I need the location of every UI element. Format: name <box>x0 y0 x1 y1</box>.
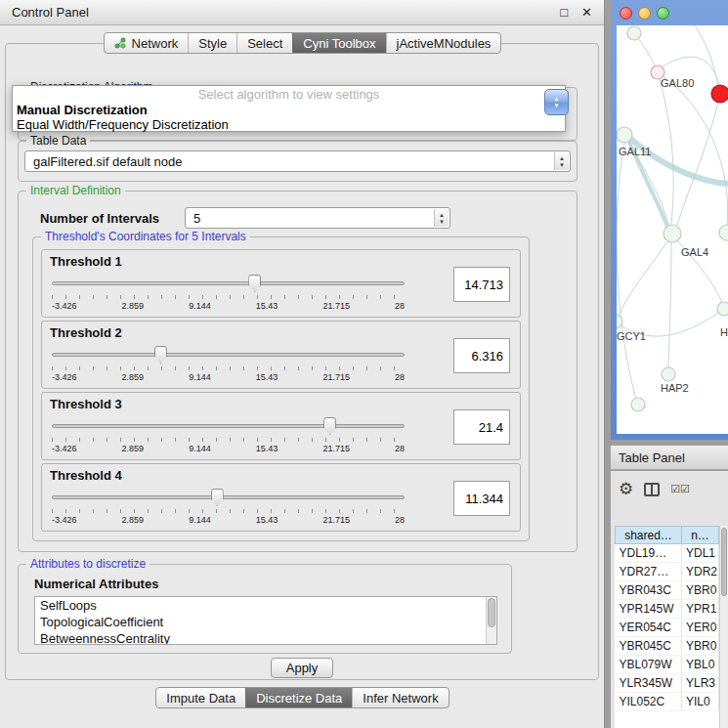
select-checkboxes-icon[interactable]: ☑☑ <box>670 483 690 495</box>
tab-discretize-data[interactable]: Discretize Data <box>245 688 352 707</box>
scale-label: 21.715 <box>322 301 350 311</box>
network-node-red[interactable] <box>711 85 728 103</box>
table-row[interactable]: YBR043C YBR0 <box>616 581 719 600</box>
slider-track[interactable] <box>52 424 405 428</box>
algorithm-combo-stepper[interactable]: ▲ ▼ <box>544 89 569 115</box>
cell-shared-name[interactable]: YPR145W <box>616 600 682 619</box>
apply-button[interactable]: Apply <box>271 658 334 678</box>
threshold-slider[interactable] <box>52 345 405 364</box>
network-node-gal11[interactable] <box>617 127 632 143</box>
attribute-item[interactable]: SelfLoops <box>35 597 496 614</box>
attributes-list[interactable]: SelfLoops TopologicalCoefficient Between… <box>34 596 497 645</box>
table-row[interactable]: YLR345W YLR3 <box>616 674 719 693</box>
table-row[interactable]: YIL052C YIL0 <box>616 693 719 711</box>
tab-jactivemnodules[interactable]: jActiveMNodules <box>386 33 501 53</box>
cell-shared-name[interactable]: YLR345W <box>616 674 682 693</box>
cell-name[interactable]: YBR0 <box>682 581 719 600</box>
tab-select[interactable]: Select <box>236 33 292 53</box>
numerical-attributes-label: Numerical Attributes <box>34 577 158 591</box>
cell-shared-name[interactable]: YDL19… <box>616 544 682 563</box>
close-traffic-light[interactable] <box>620 7 632 20</box>
network-node-hap2[interactable] <box>662 367 675 381</box>
slider-thumb[interactable] <box>323 417 336 435</box>
scrollbar-thumb[interactable] <box>488 598 495 627</box>
threshold-value-field[interactable] <box>453 481 510 516</box>
close-icon[interactable]: ✕ <box>581 5 592 20</box>
tab-network[interactable]: Network <box>105 33 189 53</box>
cell-shared-name[interactable]: YBR045C <box>616 637 682 656</box>
num-intervals-combo[interactable]: 5 ▲▼ <box>185 207 450 229</box>
cell-shared-name[interactable]: YBR043C <box>616 581 682 600</box>
cell-name[interactable]: YER0 <box>682 619 719 637</box>
network-node[interactable] <box>719 225 728 240</box>
threshold-value-field[interactable] <box>453 267 510 302</box>
tab-infer-network[interactable]: Infer Network <box>352 688 448 707</box>
cell-name[interactable]: YDR2 <box>682 563 719 581</box>
table-data-combo[interactable]: galFiltered.sif default node ▲▼ <box>24 150 571 172</box>
attributes-scrollbar[interactable] <box>486 597 496 644</box>
threshold-value-field[interactable] <box>453 338 510 373</box>
network-node[interactable] <box>627 26 641 40</box>
cell-shared-name[interactable]: YBL079W <box>616 656 682 674</box>
cell-name[interactable]: YDL1 <box>682 544 719 563</box>
tab-cyni-toolbox[interactable]: Cyni Toolbox <box>292 33 385 53</box>
slider-ticks <box>52 366 405 370</box>
table-row[interactable]: YBL079W YBL0 <box>616 656 719 674</box>
tab-impute-data[interactable]: Impute Data <box>156 688 245 707</box>
algorithm-option-manual[interactable]: Manual Discretization <box>13 103 565 117</box>
algorithm-option-equal-width[interactable]: Equal Width/Frequency Discretization <box>13 117 565 132</box>
scale-label: 28 <box>395 444 405 453</box>
scrollbar-thumb[interactable] <box>721 528 727 596</box>
slider-track[interactable] <box>52 495 405 499</box>
threshold-value-field[interactable] <box>453 409 510 445</box>
network-canvas[interactable]: GAL80 GAL11 GAL4 GCY1 HAP2 H <box>617 25 728 434</box>
threshold-slider[interactable] <box>52 488 405 507</box>
zoom-traffic-light[interactable] <box>657 7 669 20</box>
table-row[interactable]: YER054C YER0 <box>616 619 719 637</box>
scale-label: 2.859 <box>122 301 145 311</box>
slider-thumb[interactable] <box>154 346 167 364</box>
threshold-label: Threshold 4 <box>50 468 122 483</box>
table-row[interactable]: YBR045C YBR0 <box>616 637 719 656</box>
algorithm-dropdown-popup: Select algorithm to view settings Manual… <box>12 85 566 132</box>
table-row[interactable]: YDL19… YDL1 <box>616 544 719 563</box>
slider-thumb[interactable] <box>211 489 224 506</box>
cell-shared-name[interactable]: YER054C <box>616 619 682 637</box>
table-row[interactable]: YDR27… YDR2 <box>616 563 719 581</box>
tab-style[interactable]: Style <box>188 33 236 53</box>
network-node-label: GAL11 <box>619 146 651 157</box>
table-scrollbar[interactable] <box>719 526 728 728</box>
attributes-group: Attributes to discretize Numerical Attri… <box>18 564 512 654</box>
network-node-label: GAL80 <box>661 77 694 89</box>
slider-scale: -3.426 2.859 9.144 15.43 21.715 28 <box>52 372 405 382</box>
gear-icon[interactable]: ⚙ <box>619 479 633 499</box>
network-node[interactable] <box>717 302 728 316</box>
cell-name[interactable]: YPR1 <box>682 600 719 619</box>
tab-label: Network <box>132 36 179 51</box>
network-node-label: H <box>720 326 728 338</box>
cell-name[interactable]: YLR3 <box>682 674 719 693</box>
minimize-traffic-light[interactable] <box>638 7 651 20</box>
cell-name[interactable]: YIL0 <box>682 693 719 711</box>
slider-track[interactable] <box>52 353 405 357</box>
scale-label: 15.43 <box>256 372 278 382</box>
scale-label: 2.859 <box>122 515 145 525</box>
cell-name[interactable]: YBR0 <box>682 637 719 656</box>
cell-name[interactable]: YBL0 <box>682 656 719 674</box>
attribute-item[interactable]: TopologicalCoefficient <box>35 614 496 630</box>
column-header-name[interactable]: n… <box>682 527 719 544</box>
table-row[interactable]: YPR145W YPR1 <box>616 600 719 619</box>
threshold-slider[interactable] <box>52 274 405 293</box>
float-window-icon[interactable]: □ <box>560 5 568 20</box>
network-node-gal4[interactable] <box>664 225 681 242</box>
network-node-label: HAP2 <box>661 382 689 394</box>
threshold-slider[interactable] <box>52 416 405 436</box>
columns-icon[interactable] <box>644 483 660 496</box>
attribute-item[interactable]: BetweennessCentrality <box>35 630 496 645</box>
network-node[interactable] <box>631 398 645 411</box>
cell-shared-name[interactable]: YIL052C <box>616 693 682 711</box>
cell-shared-name[interactable]: YDR27… <box>616 563 682 581</box>
column-header-shared-name[interactable]: shared… <box>616 527 682 544</box>
slider-thumb[interactable] <box>248 275 261 292</box>
slider-track[interactable] <box>52 281 405 285</box>
